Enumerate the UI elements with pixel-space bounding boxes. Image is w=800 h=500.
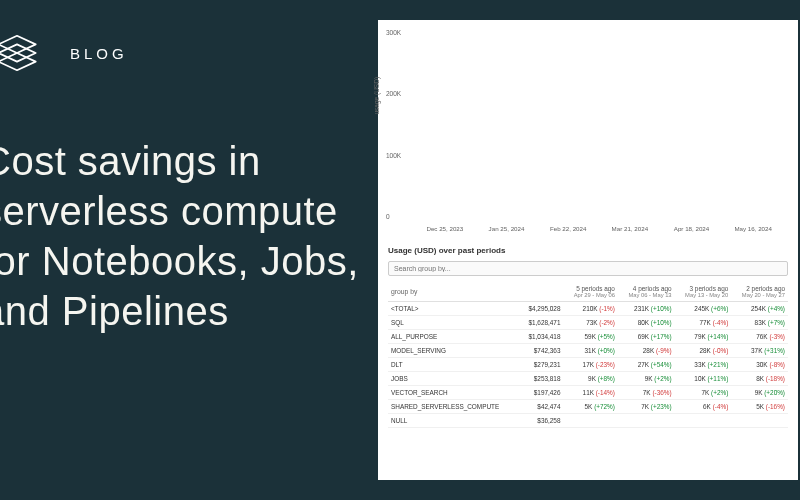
cell: 80K (+10%) <box>618 316 675 330</box>
row-group: SHARED_SERVERLESS_COMPUTE <box>388 400 520 414</box>
usage-chart: usage (USD) Dec 25, 2023Jan 25, 2024Feb … <box>378 20 798 238</box>
col-header[interactable]: 5 periods agoApr 29 - May 06 <box>563 282 617 302</box>
cell: 5K (-16%) <box>731 400 788 414</box>
blog-label: BLOG <box>70 45 128 62</box>
cell: 7K (+23%) <box>618 400 675 414</box>
x-tick: Mar 21, 2024 <box>599 225 661 232</box>
col-header[interactable] <box>520 282 564 302</box>
cell: 245K (+6%) <box>675 302 732 316</box>
cell: 254K (+4%) <box>731 302 788 316</box>
cell: 28K (-9%) <box>618 344 675 358</box>
col-header[interactable]: 2 periods agoMay 20 - May 27 <box>731 282 788 302</box>
table-row[interactable]: ALL_PURPOSE$1,034,41859K (+5%)69K (+17%)… <box>388 330 788 344</box>
cell: 69K (+17%) <box>618 330 675 344</box>
cell: 73K (-2%) <box>563 316 617 330</box>
x-tick: May 16, 2024 <box>722 225 784 232</box>
y-tick: 0 <box>386 213 390 220</box>
y-tick: 100K <box>386 151 401 158</box>
table-row[interactable]: SHARED_SERVERLESS_COMPUTE$42,4745K (+72%… <box>388 400 788 414</box>
row-group: SQL <box>388 316 520 330</box>
cell: 77K (-4%) <box>675 316 732 330</box>
cell <box>618 414 675 428</box>
cell: 30K (-8%) <box>731 358 788 372</box>
cell <box>731 414 788 428</box>
row-group: JOBS <box>388 372 520 386</box>
cell: 5K (+72%) <box>563 400 617 414</box>
databricks-logo-icon <box>0 30 40 76</box>
x-tick: Jan 25, 2024 <box>476 225 538 232</box>
cell: 76K (-3%) <box>731 330 788 344</box>
row-group: MODEL_SERVING <box>388 344 520 358</box>
cell: 9K (+2%) <box>618 372 675 386</box>
cell: 8K (-18%) <box>731 372 788 386</box>
cell: 231K (+10%) <box>618 302 675 316</box>
row-group: VECTOR_SEARCH <box>388 386 520 400</box>
col-header[interactable]: 4 periods agoMay 06 - May 13 <box>618 282 675 302</box>
x-tick: Feb 22, 2024 <box>537 225 599 232</box>
y-axis-label: usage (USD) <box>373 77 380 115</box>
col-header[interactable]: 3 periods agoMay 13 - May 20 <box>675 282 732 302</box>
cell: 9K (+8%) <box>563 372 617 386</box>
cell: $36,258 <box>520 414 564 428</box>
x-axis: Dec 25, 2023Jan 25, 2024Feb 22, 2024Mar … <box>414 225 784 232</box>
cell: 17K (-23%) <box>563 358 617 372</box>
cell: $742,363 <box>520 344 564 358</box>
cell: 31K (+0%) <box>563 344 617 358</box>
y-tick: 200K <box>386 90 401 97</box>
table-row[interactable]: DLT$279,23117K (-23%)27K (+54%)33K (+21%… <box>388 358 788 372</box>
cell: 79K (+14%) <box>675 330 732 344</box>
cell: 7K (-36%) <box>618 386 675 400</box>
cell <box>563 414 617 428</box>
table-row[interactable]: MODEL_SERVING$742,36331K (+0%)28K (-9%)2… <box>388 344 788 358</box>
cell: $1,628,471 <box>520 316 564 330</box>
table-row[interactable]: <TOTAL>$4,295,028210K (-1%)231K (+10%)24… <box>388 302 788 316</box>
cell: $4,295,028 <box>520 302 564 316</box>
dashboard-card: usage (USD) Dec 25, 2023Jan 25, 2024Feb … <box>378 20 798 480</box>
y-tick: 300K <box>386 29 401 36</box>
row-group: ALL_PURPOSE <box>388 330 520 344</box>
cell: $197,426 <box>520 386 564 400</box>
x-tick: Dec 25, 2023 <box>414 225 476 232</box>
col-group-by[interactable]: group by <box>388 282 520 302</box>
cell: 10K (+11%) <box>675 372 732 386</box>
cell: $42,474 <box>520 400 564 414</box>
cell <box>675 414 732 428</box>
cell: 59K (+5%) <box>563 330 617 344</box>
cell: 33K (+21%) <box>675 358 732 372</box>
cell: 28K (-0%) <box>675 344 732 358</box>
cell: 6K (-4%) <box>675 400 732 414</box>
cell: $279,231 <box>520 358 564 372</box>
cell: 7K (+2%) <box>675 386 732 400</box>
cell: 210K (-1%) <box>563 302 617 316</box>
cell: 83K (+7%) <box>731 316 788 330</box>
usage-table-area: Usage (USD) over past periods group by5 … <box>378 238 798 480</box>
headline: Cost savings in serverless compute for N… <box>0 136 370 336</box>
cell: 27K (+54%) <box>618 358 675 372</box>
cell: $1,034,418 <box>520 330 564 344</box>
row-group: <TOTAL> <box>388 302 520 316</box>
table-row[interactable]: JOBS$253,8189K (+8%)9K (+2%)10K (+11%)8K… <box>388 372 788 386</box>
cell: $253,818 <box>520 372 564 386</box>
cell: 11K (-14%) <box>563 386 617 400</box>
x-tick: Apr 18, 2024 <box>661 225 723 232</box>
row-group: NULL <box>388 414 520 428</box>
cell: 37K (+31%) <box>731 344 788 358</box>
header-row: BLOG <box>0 30 370 76</box>
table-row[interactable]: SQL$1,628,47173K (-2%)80K (+10%)77K (-4%… <box>388 316 788 330</box>
search-input[interactable] <box>388 261 788 276</box>
table-row[interactable]: VECTOR_SEARCH$197,42611K (-14%)7K (-36%)… <box>388 386 788 400</box>
table-title: Usage (USD) over past periods <box>388 246 788 255</box>
row-group: DLT <box>388 358 520 372</box>
dashboard-panel: usage (USD) Dec 25, 2023Jan 25, 2024Feb … <box>370 0 800 500</box>
blog-hero-panel: BLOG Cost savings in serverless compute … <box>0 0 370 500</box>
cell: 9K (+20%) <box>731 386 788 400</box>
table-row[interactable]: NULL$36,258 <box>388 414 788 428</box>
chart-plot <box>414 32 784 216</box>
usage-table: group by5 periods agoApr 29 - May 064 pe… <box>388 282 788 428</box>
